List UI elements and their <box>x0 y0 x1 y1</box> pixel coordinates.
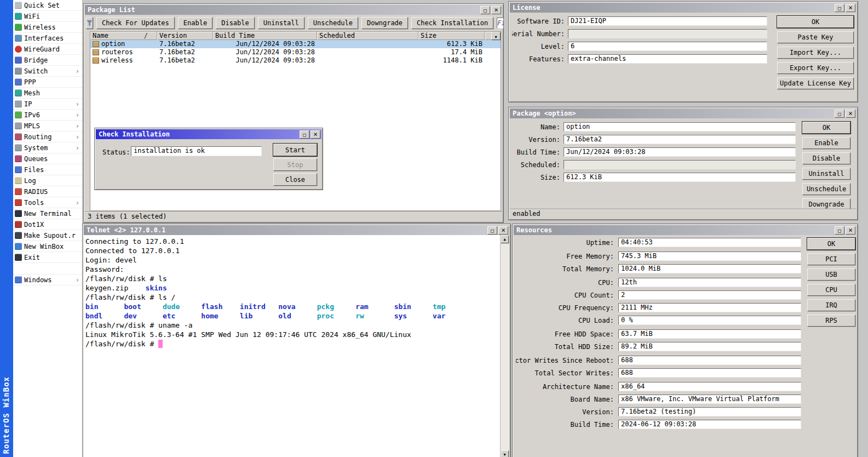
close-button[interactable] <box>491 6 501 14</box>
column-header-build-time[interactable]: Build Time <box>213 32 317 40</box>
sidebar-item-bridge[interactable]: Bridge <box>13 55 82 66</box>
input-field-architecture-name[interactable]: x86_64 <box>618 382 801 391</box>
sidebar-item-log[interactable]: Log <box>13 175 82 186</box>
close-button[interactable] <box>846 110 855 118</box>
package-row-routeros[interactable]: routeros 7.16beta2 Jun/12/2024 09:03:28 … <box>90 48 501 56</box>
toolbar-button-unschedule[interactable]: Unschedule <box>308 17 358 29</box>
sidebar-item-routing[interactable]: Routing <box>13 132 82 142</box>
status-field[interactable]: installation is ok <box>131 146 262 156</box>
maximize-button[interactable] <box>480 6 490 14</box>
button-ok[interactable]: OK <box>807 238 855 250</box>
column-header-scheduled[interactable]: Scheduled <box>317 32 418 40</box>
title-bar[interactable]: License <box>510 3 856 13</box>
button-rps[interactable]: RPS <box>807 315 855 327</box>
close-button[interactable] <box>311 130 320 139</box>
button-close[interactable]: Close <box>273 173 317 186</box>
sidebar-item-new-terminal[interactable]: New Terminal <box>13 208 82 219</box>
button-ok[interactable]: OK <box>777 16 854 28</box>
button-irq[interactable]: IRQ <box>807 299 855 311</box>
sidebar-item-system[interactable]: System <box>13 142 82 153</box>
button-export-key[interactable]: Export Key... <box>777 62 854 74</box>
maximize-button[interactable] <box>300 130 309 139</box>
sidebar-item-mpls[interactable]: MPLS <box>13 121 82 132</box>
input-field-total-sector-writes[interactable]: 688 <box>618 368 801 378</box>
title-bar[interactable]: Telnet <2> 127.0.0.1 <box>84 225 509 235</box>
sidebar-item-files[interactable]: Files <box>13 164 82 175</box>
button-enable[interactable]: Enable <box>802 137 850 149</box>
sidebar-item-make-supout-rif[interactable]: Make Supout.rif <box>13 230 82 241</box>
sidebar-item-ipv6[interactable]: IPv6 <box>13 110 82 121</box>
maximize-button[interactable] <box>487 226 497 235</box>
sidebar-item-queues[interactable]: Queues <box>13 153 82 164</box>
sidebar-item-windows[interactable]: Windows <box>13 275 82 285</box>
sidebar-item-quick-set[interactable]: Quick Set <box>13 0 82 11</box>
input-field-board-name[interactable]: x86 VMware, Inc. VMware Virtual Platform <box>618 395 801 404</box>
maximize-button[interactable] <box>835 226 844 235</box>
title-bar[interactable]: Package <option> <box>510 108 856 118</box>
button-disable[interactable]: Disable <box>802 152 850 164</box>
sidebar-item-ppp[interactable]: PPP <box>13 77 82 88</box>
input-field-version[interactable]: 7.16beta2 <box>564 135 796 144</box>
sidebar-item-ip[interactable]: IP <box>13 99 82 110</box>
button-pci[interactable]: PCI <box>807 253 855 265</box>
toolbar-button-disable[interactable]: Disable <box>216 17 255 29</box>
input-field-free-memory[interactable]: 745.3 MiB <box>618 252 801 261</box>
button-update-license-key[interactable]: Update License Key <box>777 77 854 89</box>
input-field-level[interactable]: 6 <box>568 42 767 51</box>
sidebar-item-tools[interactable]: Tools <box>13 197 82 208</box>
vertical-scrollbar[interactable] <box>500 235 509 457</box>
sidebar-item-new-winbox[interactable]: New WinBox <box>13 241 82 252</box>
toolbar-button-downgrade[interactable]: Downgrade <box>361 17 408 29</box>
find-input[interactable]: Find <box>497 18 504 28</box>
column-header-version[interactable]: Version <box>157 32 213 40</box>
input-field-build-time[interactable]: Jun/12/2024 09:03:28 <box>564 147 796 157</box>
input-field-features[interactable]: extra-channels <box>568 54 767 64</box>
input-field-cpu[interactable]: 12th <box>618 278 801 287</box>
title-bar[interactable]: Check Installation <box>96 129 321 139</box>
button-paste-key[interactable]: Paste Key <box>777 31 854 43</box>
input-field-total-memory[interactable]: 1024.0 MiB <box>618 264 801 273</box>
sidebar-item-interfaces[interactable]: Interfaces <box>13 33 82 44</box>
close-button[interactable] <box>498 226 508 235</box>
toolbar-button-check-for-updates[interactable]: Check For Updates <box>96 17 175 29</box>
input-field-cpu-count[interactable]: 2 <box>618 290 801 300</box>
sidebar-item-wireguard[interactable]: WireGuard <box>13 44 82 55</box>
maximize-button[interactable] <box>835 4 844 12</box>
sidebar-item-wifi[interactable]: WiFi <box>13 11 82 22</box>
button-import-key[interactable]: Import Key... <box>777 47 854 59</box>
sidebar-item-dot1x[interactable]: Dot1X <box>13 219 82 230</box>
column-header-name[interactable]: Name <box>90 32 157 40</box>
title-bar[interactable]: Package List <box>85 5 502 15</box>
column-dropdown-button[interactable] <box>491 32 501 40</box>
input-field-software-id[interactable]: DJ21-EIQP <box>568 16 767 26</box>
input-field-cpu-load[interactable]: 0 % <box>618 316 801 325</box>
input-field-uptime[interactable]: 04:40:53 <box>618 238 801 247</box>
column-header-size[interactable]: Size <box>418 32 485 40</box>
sidebar-item-mesh[interactable]: Mesh <box>13 88 82 99</box>
maximize-button[interactable] <box>835 110 844 118</box>
button-start[interactable]: Start <box>273 144 317 156</box>
close-button[interactable] <box>846 4 855 12</box>
button-cpu[interactable]: CPU <box>807 284 855 296</box>
input-field-size[interactable]: 612.3 KiB <box>564 173 796 182</box>
input-field-build-time[interactable]: 2024-06-12 09:03:28 <box>618 420 801 429</box>
input-field-cpu-frequency[interactable]: 2111 MHz <box>618 303 801 312</box>
toolbar-button-check-installation[interactable]: Check Installation <box>411 17 493 29</box>
toolbar-button-uninstall[interactable]: Uninstall <box>258 17 304 29</box>
button-usb[interactable]: USB <box>807 269 855 281</box>
filter-button[interactable] <box>86 17 93 29</box>
scroll-down-button[interactable] <box>501 450 509 457</box>
sidebar-item-switch[interactable]: Switch <box>13 66 82 77</box>
close-button[interactable] <box>846 226 855 235</box>
sidebar-item-radius[interactable]: RADIUS <box>13 186 82 197</box>
button-ok[interactable]: OK <box>802 122 850 134</box>
package-row-wireless[interactable]: wireless 7.16beta2 Jun/12/2024 09:03:28 … <box>90 56 501 65</box>
scroll-up-button[interactable] <box>501 235 509 243</box>
terminal[interactable]: Connecting to 127.0.0.1Connected to 127.… <box>84 235 509 457</box>
sidebar-item-exit[interactable]: Exit <box>13 252 82 263</box>
button-uninstall[interactable]: Uninstall <box>802 168 850 180</box>
sidebar-item-wireless[interactable]: Wireless <box>13 22 82 33</box>
sidebar-item[interactable] <box>13 263 82 275</box>
title-bar[interactable]: Resources <box>514 225 856 235</box>
input-field-total-hdd-size[interactable]: 89.2 MiB <box>618 342 801 351</box>
